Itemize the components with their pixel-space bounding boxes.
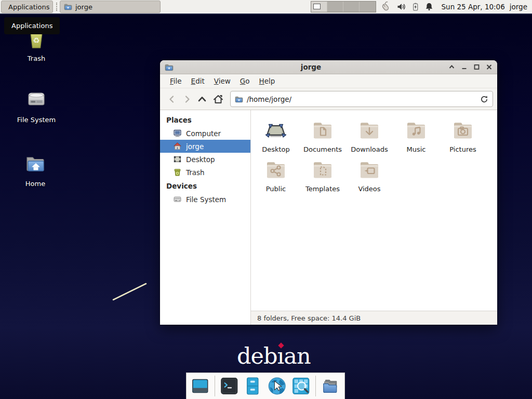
sidebar-item-jorge[interactable]: jorge [160,140,250,153]
desktop-icon-label: Trash [11,55,61,62]
taskbar-window-button[interactable]: jorge [60,1,161,13]
back-button[interactable] [164,91,179,107]
volume-icon[interactable] [396,2,406,11]
desktop-icon-label: Home [10,180,60,188]
folder-label: Music [393,145,440,153]
location-bar[interactable]: /home/jorge/ [230,91,493,107]
titlebar[interactable]: jorge [160,60,497,74]
folder-item-templates[interactable]: Templates [299,157,346,193]
forward-button[interactable] [179,91,194,107]
desktop-icon-label: File System [11,116,61,124]
menu-edit[interactable]: Edit [187,75,209,87]
music-folder-icon [404,118,429,143]
sidebar-item-computer[interactable]: Computer [160,127,250,140]
folder-item-music[interactable]: Music [393,118,440,153]
sidebar-item-label: Computer [186,129,221,138]
web-browser-icon[interactable] [267,376,287,396]
downloads-folder-icon [357,118,382,143]
file-manager-icon[interactable] [243,376,262,396]
home-icon [212,94,224,104]
sidebar-item-file-system[interactable]: File System [160,193,250,206]
close-button[interactable] [486,64,493,70]
clock[interactable]: Sun 25 Apr, 10:06 [438,0,509,14]
sidebar-header-places: Places [160,113,250,127]
folder-item-videos[interactable]: Videos [346,157,393,193]
folder-icon [64,3,72,11]
workspace-1[interactable] [311,2,327,12]
sidebar-item-label: File System [186,195,226,204]
folder-label: Templates [299,185,346,193]
desktop[interactable]: { "colors": { "selection_blue": "#4c83c6… [0,0,532,399]
folder-label: Desktop [252,145,299,153]
folder-item-public[interactable]: Public [252,157,299,193]
folder-label: Downloads [346,145,393,153]
workspace-3[interactable] [343,2,360,12]
window-title: jorge [178,63,444,71]
top-panel: Applications jorge [0,0,532,15]
desktop-icon-file-system[interactable]: File System [11,87,61,124]
directory-menu-icon[interactable] [321,376,340,396]
applications-menu-label: Applications [8,3,49,11]
applications-menu-button[interactable]: Applications [1,1,53,13]
sidebar-item-trash[interactable]: Trash [160,166,250,179]
desktop-icon-home[interactable]: Home [10,151,60,188]
computer-icon [173,129,182,138]
menu-go[interactable]: Go [235,75,255,87]
dock-separator [315,376,316,396]
reload-button[interactable] [480,95,488,103]
desktop-pad-icon [263,118,288,143]
back-icon [167,95,177,104]
file-list[interactable]: Desktop Documents Downloads [251,110,497,311]
statusbar: 8 folders, Free space: 14.4 GiB [251,311,497,325]
videos-folder-icon [357,157,382,182]
minimize-button[interactable] [461,64,468,70]
file-manager-window: jorge File Edit View Go Help [160,60,497,325]
trash-icon [173,168,182,177]
menubar: File Edit View Go Help [160,74,497,88]
workspace-4[interactable] [360,2,376,12]
system-tray [376,0,438,14]
documents-folder-icon [310,118,335,143]
workspace-switcher[interactable] [311,1,376,12]
forward-icon [182,95,192,104]
home-folder-icon [22,151,48,176]
mouse-icon[interactable] [380,2,392,12]
folder-item-documents[interactable]: Documents [299,118,346,153]
folder-item-desktop[interactable]: Desktop [252,118,299,153]
taskbar-window-label: jorge [75,3,92,11]
home-button[interactable] [210,91,225,107]
menu-help[interactable]: Help [255,75,280,87]
sidebar-header-devices: Devices [160,179,250,193]
folder-item-pictures[interactable]: Pictures [440,118,486,153]
session-username[interactable]: jorge [509,0,532,14]
sidebar-item-label: jorge [186,142,204,151]
folder-item-downloads[interactable]: Downloads [346,118,393,153]
home-icon [173,142,182,151]
terminal-icon[interactable] [220,376,239,396]
toolbar: /home/jorge/ [160,88,497,110]
svg-text:♻: ♻ [33,36,39,45]
reload-icon [480,95,488,103]
panel-spacer [162,0,311,14]
workspace-window-preview [313,4,321,9]
panel-handle[interactable] [54,0,59,14]
workspace-2[interactable] [327,2,343,12]
show-desktop-icon[interactable] [191,376,210,396]
notifications-bell-icon[interactable] [424,2,434,11]
sidebar-item-desktop[interactable]: Desktop [160,153,250,166]
templates-folder-icon [310,157,335,182]
menu-file[interactable]: File [165,75,187,87]
public-folder-icon [263,157,288,182]
sidebar-item-label: Trash [186,168,205,177]
up-button[interactable] [194,91,209,107]
menu-view[interactable]: View [209,75,235,87]
debian-logo: debıan [237,343,311,369]
battery-icon[interactable] [411,2,420,11]
shade-button[interactable] [448,64,455,70]
dock-separator [215,376,215,396]
maximize-button[interactable] [473,64,480,70]
drive-icon [173,195,182,204]
pictures-folder-icon [450,118,475,143]
application-finder-icon[interactable] [291,376,311,396]
location-path: /home/jorge/ [247,95,291,103]
